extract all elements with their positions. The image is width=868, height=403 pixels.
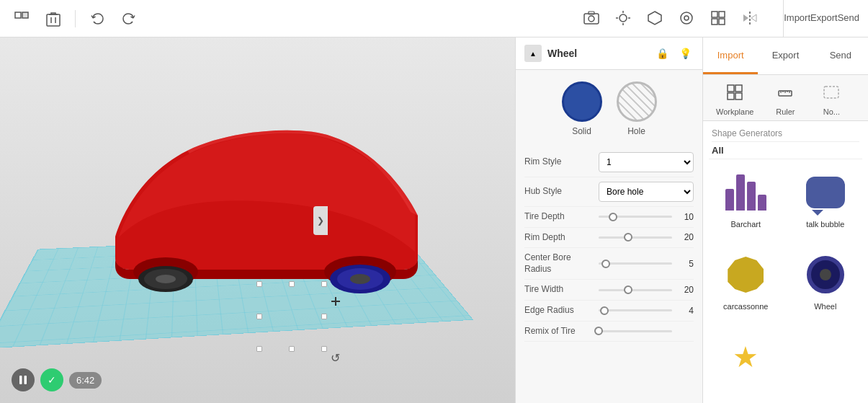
hole-circle[interactable]	[617, 81, 657, 122]
star-shape: ★	[733, 340, 759, 373]
solid-option[interactable]: Solid	[562, 81, 602, 136]
wheel-thumb	[802, 252, 849, 298]
panel-light-button[interactable]: 💡	[676, 45, 694, 62]
talk-bubble-label: talk bubble	[806, 220, 844, 229]
svg-rect-18	[712, 19, 717, 25]
selected-wheel[interactable]: ↺	[259, 284, 324, 349]
handle-bc[interactable]	[289, 346, 295, 352]
handle-mr[interactable]	[321, 314, 327, 319]
rim-depth-value: 20	[676, 232, 694, 242]
carcassonne-item[interactable]: carcassonne	[706, 244, 786, 327]
param-section: Rim Style 123 Hub Style Bore holeSolidSp…	[516, 148, 702, 347]
ruler-tab[interactable]: Ruler	[764, 79, 807, 120]
action-tabs: Import Export Send	[783, 0, 859, 37]
panel-title: Wheel	[547, 48, 648, 59]
talk-bubble-shape	[806, 177, 845, 208]
handle-tr[interactable]	[321, 281, 327, 287]
timer-badge: 6:42	[69, 372, 102, 389]
svg-rect-6	[584, 14, 599, 24]
more-label: No...	[823, 107, 840, 116]
svg-rect-0	[15, 12, 21, 18]
svg-rect-17	[719, 12, 725, 17]
edge-radius-value: 4	[676, 306, 694, 316]
main-area: ↺ ❯ ✓ 6:42 ▲ Wheel 🔒	[0, 37, 868, 403]
undo-button[interactable]	[84, 6, 110, 32]
tire-width-slider[interactable]	[599, 289, 672, 291]
viewport-canvas: ↺	[0, 37, 515, 403]
import-action-tab[interactable]: Import	[703, 37, 758, 74]
center-bore-label: Center Bore Radius	[524, 252, 593, 275]
import-tab[interactable]: Import	[784, 0, 810, 37]
export-tab[interactable]: Export	[810, 0, 838, 37]
talk-bubble-item[interactable]: talk bubble	[786, 162, 866, 244]
star-thumb: ★	[722, 334, 769, 380]
shapes-button[interactable]	[9, 6, 35, 32]
handle-br[interactable]	[321, 346, 327, 352]
remix-tire-slider[interactable]	[599, 330, 672, 332]
barchart-item[interactable]: Barchart	[706, 162, 786, 244]
light-button[interactable]	[607, 0, 639, 37]
viewport[interactable]: ↺ ❯ ✓ 6:42	[0, 37, 515, 403]
handle-ml[interactable]	[256, 314, 262, 319]
rim-depth-slider-container: 20	[599, 232, 694, 242]
solid-circle[interactable]	[562, 81, 602, 122]
edge-radius-thumb[interactable]	[600, 306, 609, 315]
remix-tire-row: Remix of Tire	[524, 322, 694, 342]
collapse-panel-arrow[interactable]: ❯	[313, 206, 328, 235]
wheel-item[interactable]: Wheel	[786, 244, 866, 327]
svg-rect-2	[47, 14, 60, 26]
send-tab[interactable]: Send	[838, 0, 859, 37]
rim-style-row: Rim Style 123	[524, 148, 694, 177]
export-action-tab[interactable]: Export	[758, 37, 813, 74]
rim-depth-label: Rim Depth	[524, 232, 593, 244]
tire-width-thumb[interactable]	[624, 285, 632, 294]
ruler-label: Ruler	[776, 107, 795, 116]
barchart-label: Barchart	[730, 220, 761, 229]
sub-tabs: Workplane Ruler	[703, 75, 868, 121]
workplane-tab[interactable]: Workplane	[709, 79, 761, 120]
panel-lock-button[interactable]: 🔒	[653, 45, 671, 62]
handle-bl[interactable]	[256, 346, 262, 352]
rim-depth-thumb[interactable]	[624, 233, 632, 242]
svg-point-28	[350, 274, 370, 284]
handle-tc[interactable]	[289, 281, 295, 287]
svg-rect-1	[22, 12, 28, 18]
hole-option[interactable]: Hole	[617, 81, 657, 136]
camera-view-button[interactable]	[576, 0, 607, 37]
send-action-tab[interactable]: Send	[813, 37, 868, 74]
handle-tl[interactable]	[256, 281, 262, 287]
pause-button[interactable]	[12, 368, 35, 391]
star-item[interactable]: ★	[706, 327, 786, 400]
rotate-handle[interactable]: ↺	[331, 351, 340, 365]
more-tab[interactable]: No...	[810, 79, 853, 120]
workplane-icon	[726, 84, 743, 105]
center-bore-thumb[interactable]	[601, 260, 610, 268]
center-bore-value: 5	[676, 259, 694, 269]
tire-depth-thumb[interactable]	[609, 213, 617, 221]
remix-tire-thumb[interactable]	[594, 327, 603, 335]
carcassonne-shape	[728, 257, 764, 293]
edge-radius-row: Edge Radius 4	[524, 301, 694, 322]
redo-button[interactable]	[116, 6, 142, 32]
edge-radius-slider[interactable]	[599, 309, 672, 311]
shapes3d-button[interactable]	[639, 0, 671, 37]
center-bore-slider[interactable]	[599, 262, 672, 265]
delete-button[interactable]	[40, 6, 66, 32]
toolbar-right	[576, 0, 766, 37]
grid-tool-button[interactable]	[702, 0, 734, 37]
shape-gen-header: Shape Generators All	[703, 121, 868, 159]
hub-style-select[interactable]: Bore holeSolidSpoked	[599, 182, 694, 202]
rim-depth-slider[interactable]	[599, 236, 672, 239]
tire-depth-value: 10	[676, 212, 694, 222]
circle-tool-button[interactable]	[671, 0, 702, 37]
rim-style-label: Rim Style	[524, 156, 593, 168]
panel-collapse-button[interactable]: ▲	[524, 45, 542, 62]
bar-1	[725, 189, 734, 211]
car-model	[58, 93, 432, 309]
mirror-button[interactable]	[734, 0, 766, 37]
rim-style-select[interactable]: 123	[599, 152, 694, 172]
confirm-button[interactable]: ✓	[40, 368, 63, 391]
center-bore-slider-container: 5	[599, 259, 694, 269]
tire-depth-slider[interactable]	[599, 216, 672, 218]
top-action-tabs: Import Export Send	[703, 37, 868, 75]
